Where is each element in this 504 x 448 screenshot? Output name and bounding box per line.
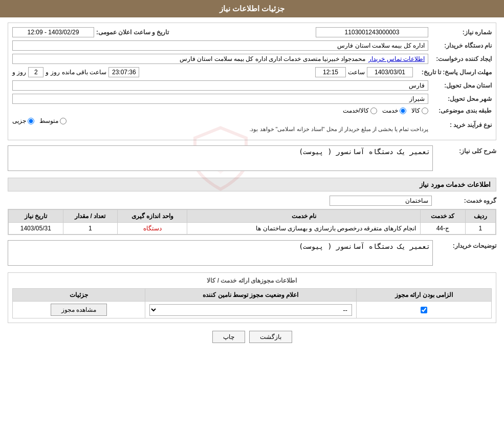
buyer-desc-label: توضیحات خریدار: (435, 242, 496, 249)
deadline-day: 2 (28, 67, 43, 77)
back-button[interactable]: بازگشت (249, 331, 292, 343)
row-need-number: شماره نیاز: 1103001243000003 تاریخ و ساع… (12, 27, 492, 37)
city-label: شهر محل تحویل: (430, 95, 492, 102)
cell-status: -- (145, 302, 357, 318)
table-row: 1 ج-44 انجام کارهای متفرقه درخصوص بازساز… (9, 223, 496, 234)
button-row: بازگشت چاپ (8, 331, 496, 343)
purchase-option-jazo[interactable]: جزیی (12, 117, 34, 124)
category-kala-khedmat-label: کالا/خدمت (343, 107, 369, 114)
main-content: شماره نیاز: 1103001243000003 تاریخ و ساع… (0, 17, 504, 358)
province-label: استان محل تحویل: (430, 82, 492, 89)
permissions-section: اطلاعات مجوزهای ارائه خدمت / کالا الزامی… (8, 272, 496, 323)
row-purchase-type: نوع فرآیند خرید : جزیی متوسط پرداخت تمام… (12, 117, 492, 133)
col-required: الزامی بودن ارائه مجوز (357, 289, 492, 302)
province-value: فارس (12, 80, 428, 91)
row-city: شهر محل تحویل: شیراز (12, 94, 492, 104)
category-option-kala[interactable]: کالا (411, 107, 428, 114)
purchase-jazo-radio[interactable] (28, 118, 34, 124)
cell-details: مشاهده مجوز (13, 302, 145, 318)
row-creator: ایجاد کننده درخواست: اطلاعات تماس خریدار… (12, 54, 492, 64)
need-number-value: 1103001243000003 (316, 27, 428, 37)
deadline-remaining-label: ساعت باقی مانده (62, 69, 107, 76)
buyer-desc-textarea[interactable]: تعمیر یک دستگاه آسانسور ( پیوست) (8, 240, 433, 266)
services-table-header: ردیف کد خدمت نام خدمت واحد اندازه گیری ت… (9, 210, 496, 223)
category-khedmat-label: خدمت (382, 107, 398, 114)
purchase-option-motavasset[interactable]: متوسط (39, 117, 67, 124)
city-value: شیراز (12, 94, 428, 104)
permissions-table-header: الزامی بودن ارائه مجوز اعلام وضعیت مجوز … (13, 289, 492, 302)
cell-row-num: 1 (465, 223, 495, 234)
general-desc-label: شرح کلی نیاز: (435, 147, 496, 155)
print-button[interactable]: چاپ (212, 331, 245, 343)
deadline-remaining: 23:07:36 (108, 67, 139, 77)
buyer-org-label: نام دستگاه خریدار: (430, 42, 492, 49)
category-option-khedmat[interactable]: خدمت (382, 107, 406, 114)
announce-date-value: 1403/02/29 - 12:09 (12, 27, 94, 37)
category-kala-label: کالا (411, 107, 420, 114)
page-wrapper: جزئیات اطلاعات نیاز شماره نیاز: 11030012… (0, 0, 504, 448)
row-general-desc: شرح کلی نیاز: تعمیر یک دستگاه آسانسور ( … (8, 145, 496, 173)
category-label: طبقه بندی موضوعی: (430, 107, 492, 114)
purchase-motavasset-label: متوسط (39, 117, 58, 124)
buyer-desc-row: توضیحات خریدار: تعمیر یک دستگاه آسانسور … (8, 240, 496, 267)
cell-unit: دستگاه (118, 223, 187, 234)
purchase-notice: پرداخت تمام یا بخشی از مبلغ خریدار از مح… (12, 126, 428, 133)
purchase-jazo-label: جزیی (12, 117, 26, 124)
row-province: استان محل تحویل: فارس (12, 80, 492, 91)
info-section: شماره نیاز: 1103001243000003 تاریخ و ساع… (8, 23, 496, 140)
permissions-table: الزامی بودن ارائه مجوز اعلام وضعیت مجوز … (12, 288, 492, 318)
col-quantity: تعداد / مقدار (63, 210, 117, 223)
cell-date: 1403/05/31 (9, 223, 63, 234)
category-khedmat-radio[interactable] (400, 108, 406, 114)
col-details: جزئیات (13, 289, 145, 302)
cell-quantity: 1 (63, 223, 117, 234)
view-permission-btn[interactable]: مشاهده مجوز (51, 304, 107, 316)
col-row-num: ردیف (465, 210, 495, 223)
status-select[interactable]: -- (149, 304, 353, 316)
permissions-title: اطلاعات مجوزهای ارائه خدمت / کالا (12, 277, 492, 284)
cell-service-name: انجام کارهای متفرقه درخصوص بازسازی و بهس… (187, 223, 421, 234)
page-header: جزئیات اطلاعات نیاز (0, 0, 504, 17)
row-deadline: مهلت ارسال پاسخ: تا تاریخ: 1403/03/01 سا… (12, 67, 492, 77)
purchase-type-container: جزیی متوسط پرداخت تمام یا بخشی از مبلغ خ… (12, 117, 428, 133)
creator-link[interactable]: اطلاعات تماس خریدار (368, 55, 425, 62)
category-radio-group: کالا/خدمت خدمت کالا (343, 107, 428, 114)
row-category: طبقه بندی موضوعی: کالا/خدمت خدمت کالا (12, 107, 492, 114)
services-table-container: ردیف کد خدمت نام خدمت واحد اندازه گیری ت… (8, 209, 496, 235)
services-table: ردیف کد خدمت نام خدمت واحد اندازه گیری ت… (8, 209, 496, 234)
general-desc-container: تعمیر یک دستگاه آسانسور ( پیوست) (8, 145, 433, 173)
row-service-group: گروه خدمت: ساختمان (8, 196, 496, 206)
category-option-kala-khedmat[interactable]: کالا/خدمت (343, 107, 377, 114)
general-desc-textarea[interactable]: تعمیر یک دستگاه آسانسور ( پیوست) (8, 145, 433, 171)
col-status: اعلام وضعیت مجوز توسط نامین کننده (145, 289, 357, 302)
col-service-name: نام خدمت (187, 210, 421, 223)
services-section-title: اطلاعات خدمات مورد نیاز (8, 178, 496, 191)
required-checkbox[interactable] (421, 307, 427, 313)
required-checkbox-container[interactable] (361, 307, 487, 313)
deadline-day-prefix: روز و (12, 69, 26, 76)
announce-date-label: تاریخ و ساعت اعلان عمومی: (96, 29, 169, 36)
cell-required-checkbox (357, 302, 492, 318)
permissions-row: -- مشاهده مجوز (13, 302, 492, 318)
creator-name: محمدجواد خبیرنیا متصدی خدمات اداری اداره… (180, 55, 365, 62)
category-kala-khedmat-radio[interactable] (370, 108, 377, 114)
deadline-time: 12:15 (315, 67, 346, 77)
buyer-org-value: اداره کل بیمه سلامت استان فارس (12, 40, 428, 51)
purchase-motavasset-radio[interactable] (60, 118, 67, 124)
buyer-desc-container: تعمیر یک دستگاه آسانسور ( پیوست) (8, 240, 433, 267)
deadline-day-label: روز و (46, 69, 59, 76)
service-group-label: گروه خدمت: (435, 197, 496, 204)
col-date: تاریخ نیاز (9, 210, 63, 223)
col-unit: واحد اندازه گیری (118, 210, 187, 223)
service-group-value: ساختمان (330, 196, 432, 206)
deadline-label: مهلت ارسال پاسخ: تا تاریخ: (415, 69, 492, 76)
deadline-time-label: ساعت (348, 69, 365, 76)
purchase-radio-group: جزیی متوسط (12, 117, 428, 124)
col-service-code: کد خدمت (421, 210, 466, 223)
need-number-label: شماره نیاز: (430, 29, 492, 36)
creator-label: ایجاد کننده درخواست: (430, 55, 492, 62)
purchase-type-label: نوع فرآیند خرید : (430, 121, 492, 129)
category-kala-radio[interactable] (422, 108, 428, 114)
creator-value: اطلاعات تماس خریدار محمدجواد خبیرنیا متص… (12, 54, 428, 64)
deadline-date: 1403/03/01 (367, 67, 413, 77)
